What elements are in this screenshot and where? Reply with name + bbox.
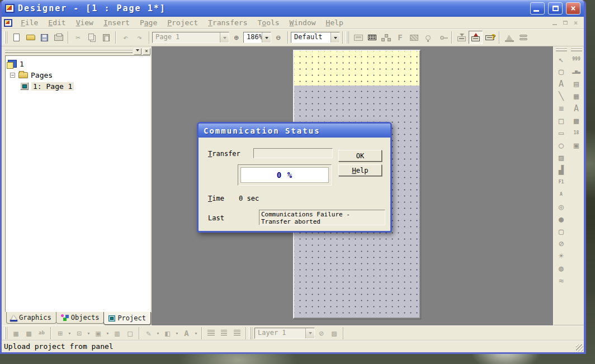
panel-gripper[interactable] <box>5 49 133 53</box>
mdi-close-button[interactable]: × <box>571 18 580 27</box>
line-tool[interactable]: ╲ <box>555 90 568 102</box>
wizard-button[interactable] <box>421 31 435 44</box>
polygon-tool[interactable]: ▟ <box>555 164 568 176</box>
bitmap-library-button[interactable] <box>407 31 421 44</box>
verify-button[interactable]: ? <box>483 31 497 44</box>
undo-button[interactable]: ↶ <box>119 31 133 44</box>
reports-button[interactable] <box>516 31 530 44</box>
align-dropdown-arrow[interactable]: ▾ <box>67 327 73 339</box>
sphere-tool[interactable]: ◍ <box>555 262 568 275</box>
menu-page[interactable]: Page <box>135 18 162 27</box>
line-color-button[interactable]: ✎ <box>142 327 155 339</box>
font-button[interactable]: F <box>393 31 407 44</box>
panel-menu-button[interactable] <box>134 48 141 55</box>
toolbar-gripper[interactable] <box>346 31 349 44</box>
align-objects-button[interactable]: ⊞ <box>54 327 67 339</box>
message-display-tool[interactable]: ▤ <box>570 78 583 90</box>
tree-root-item[interactable]: 1 <box>7 58 149 69</box>
paste-button[interactable] <box>99 31 113 44</box>
numeric-display-tool[interactable]: 999 <box>570 53 583 65</box>
date-display-tool[interactable]: 18 <box>570 127 583 139</box>
panel-close-button[interactable]: × <box>143 48 150 55</box>
toolbar-gripper[interactable] <box>4 31 7 44</box>
tree-pages-item[interactable]: − Pages <box>7 69 149 81</box>
panel-setup-button[interactable] <box>351 31 365 44</box>
menu-transfers[interactable]: Transfers <box>203 18 252 27</box>
redo-button[interactable]: ↷ <box>133 31 147 44</box>
menu-file[interactable]: File <box>16 18 43 27</box>
key-a-tool[interactable]: A <box>555 188 568 201</box>
page-combo-arrow[interactable] <box>220 32 229 42</box>
filled-circle-tool[interactable]: ● <box>555 213 568 225</box>
fill-color-button[interactable]: ◧ <box>161 327 174 339</box>
open-button[interactable] <box>23 31 37 44</box>
filmstrip-tool[interactable]: ▦ <box>570 90 583 102</box>
multistate-tool[interactable]: ▣ <box>570 139 583 152</box>
select-rect-tool[interactable]: ▢ <box>555 65 568 78</box>
f1-key-tool[interactable]: F1 <box>555 176 568 188</box>
new-button[interactable] <box>10 31 23 44</box>
text-color-dropdown-arrow[interactable]: ▾ <box>193 327 199 339</box>
arc-tool[interactable]: ◎ <box>555 201 568 213</box>
menu-insert[interactable]: Insert <box>98 18 135 27</box>
multiline-tool[interactable]: ≡ <box>555 102 568 115</box>
menu-window[interactable]: Window <box>285 18 321 27</box>
font-tool[interactable]: A <box>570 102 583 115</box>
style-combo[interactable]: Default <box>291 32 340 43</box>
maximize-button[interactable] <box>548 2 563 15</box>
no-fill-tool[interactable]: ⊘ <box>555 238 568 250</box>
menu-help[interactable]: Help <box>321 18 348 27</box>
center-objects-button[interactable]: ⊡ <box>73 327 86 339</box>
mdi-restore-button[interactable] <box>560 18 570 27</box>
save-button[interactable] <box>37 31 51 44</box>
text-color-button[interactable]: A <box>180 327 193 339</box>
pointer-tool[interactable]: ↖ <box>555 53 568 65</box>
menu-view[interactable]: View <box>71 18 98 27</box>
layer-visibility-button[interactable]: ⊘ <box>315 327 328 339</box>
minimize-button[interactable] <box>530 2 545 15</box>
align-text-left-button[interactable] <box>205 327 218 339</box>
group-button[interactable]: ▥ <box>111 327 124 339</box>
rectangle-tool[interactable]: □ <box>555 115 568 127</box>
zoom-combo[interactable]: 186% <box>243 32 271 43</box>
palette-gripper[interactable] <box>571 48 582 51</box>
snap-grid-button[interactable]: ▩ <box>22 327 35 339</box>
center-dropdown-arrow[interactable]: ▾ <box>86 327 92 339</box>
transfer-field[interactable] <box>253 148 333 158</box>
keypad-button[interactable] <box>365 31 379 44</box>
line-color-dropdown-arrow[interactable]: ▾ <box>155 327 161 339</box>
page-header-region[interactable] <box>294 51 419 86</box>
text-tool[interactable]: A <box>555 78 568 90</box>
ellipse-tool[interactable]: ○ <box>555 139 568 152</box>
zoom-combo-arrow[interactable] <box>262 32 271 42</box>
simulate-button[interactable] <box>502 31 516 44</box>
rounded-rect-tool[interactable]: ▢ <box>555 225 568 238</box>
bitmap-tool[interactable]: ▨ <box>555 152 568 164</box>
style-combo-arrow[interactable] <box>330 32 339 42</box>
label-mode-button[interactable]: ab <box>35 327 48 339</box>
tree-page1-item[interactable]: 1: Page 1 <box>7 81 149 92</box>
tab-project[interactable]: Project <box>103 312 151 325</box>
page-combo[interactable]: Page 1 <box>152 32 229 43</box>
layer-combo-arrow[interactable] <box>305 328 314 338</box>
trend-tool[interactable]: ≈ <box>555 275 568 287</box>
bargraph-tool[interactable]: ▂▅▃ <box>570 65 583 78</box>
fill-color-dropdown-arrow[interactable]: ▾ <box>174 327 180 339</box>
download-button[interactable] <box>455 31 469 44</box>
mdi-minimize-button[interactable] <box>550 18 559 27</box>
layer-combo[interactable]: Layer 1 <box>254 328 315 339</box>
order-dropdown-arrow[interactable]: ▾ <box>105 327 111 339</box>
tab-objects[interactable]: Objects <box>56 312 105 324</box>
menu-edit[interactable]: Edit <box>43 18 70 27</box>
layer-raster-button[interactable]: ▨ <box>328 327 341 339</box>
ungroup-button[interactable]: □ <box>124 327 136 339</box>
align-text-right-button[interactable] <box>230 327 243 339</box>
close-button[interactable]: × <box>566 2 580 15</box>
menu-tools[interactable]: Tools <box>252 18 284 27</box>
collapse-expander-icon[interactable]: − <box>10 73 15 78</box>
palette-gripper[interactable] <box>556 48 567 51</box>
upload-button[interactable] <box>469 31 483 44</box>
tag-tree-button[interactable] <box>379 31 393 44</box>
dialog-titlebar[interactable]: Communication Status <box>199 124 390 138</box>
order-objects-button[interactable]: ▣ <box>92 327 105 339</box>
